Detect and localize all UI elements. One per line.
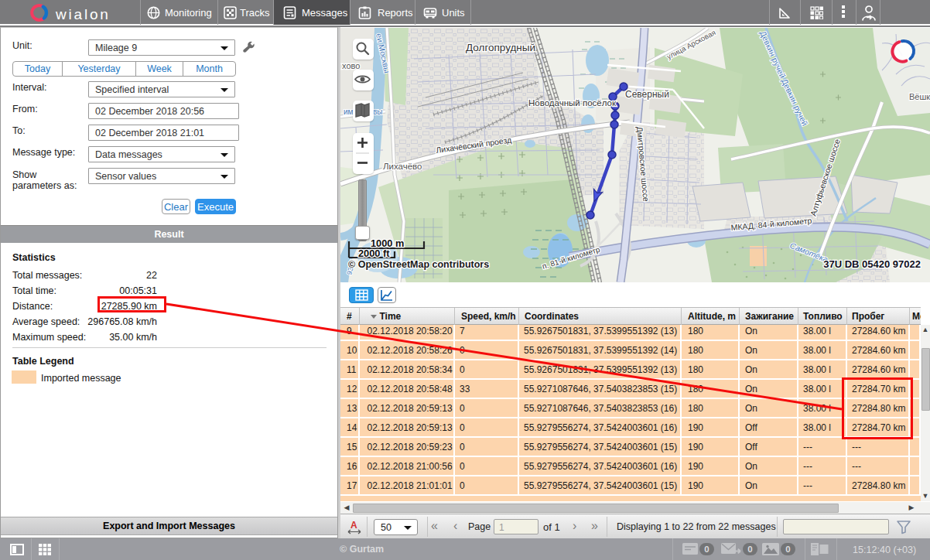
svg-text:37U DB 05420 97022: 37U DB 05420 97022 xyxy=(823,258,921,270)
svg-text:Новодачный посёлок: Новодачный посёлок xyxy=(528,98,617,108)
svg-text:Долгопрудный: Долгопрудный xyxy=(466,42,535,53)
svg-text:вы: вы xyxy=(373,108,383,116)
svg-text:Вёшк: Вёшк xyxy=(909,92,930,101)
svg-text:© OpenStreetMap contributors: © OpenStreetMap contributors xyxy=(348,259,489,270)
svg-text:Лихачёво: Лихачёво xyxy=(383,162,422,171)
svg-text:wialon: wialon xyxy=(55,6,111,22)
svg-text:A: A xyxy=(350,520,357,531)
svg-text:2000 ft: 2000 ft xyxy=(358,248,390,259)
svg-text:Северный: Северный xyxy=(625,89,669,100)
